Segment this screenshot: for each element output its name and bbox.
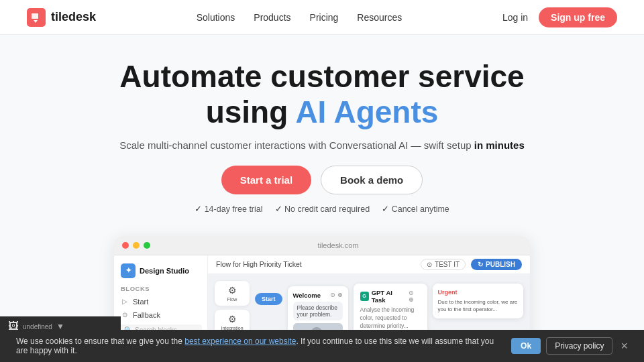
start-node[interactable]: Start <box>255 293 282 305</box>
gpt-actions: ⊙ ⊕ <box>409 290 420 303</box>
blocks-section-label: Blocks <box>114 284 207 295</box>
fullscreen-dot <box>144 242 150 249</box>
close-dot <box>122 242 129 249</box>
cookie-text: We use cookies to ensure that we give yo… <box>16 337 500 355</box>
nav-products[interactable]: Products <box>254 12 290 23</box>
refresh-icon: ↻ <box>478 261 483 268</box>
nav-resources[interactable]: Resources <box>357 12 402 23</box>
hero-section: Automate customer service using AI Agent… <box>0 35 644 225</box>
topbar-right: ⊙ TEST IT ↻ PUBLISH <box>421 259 522 270</box>
flow-title: Flow for High Priority Ticket <box>216 260 302 268</box>
fallback-icon: ⊙ <box>121 311 129 319</box>
trust-trial: 14-day free trial <box>195 204 262 214</box>
cookie-privacy-button[interactable]: Privacy policy <box>546 337 612 355</box>
sidebar-title: Design Studio <box>140 267 189 275</box>
gpt-title-row: G GPT AI Task <box>360 289 407 304</box>
nav-solutions[interactable]: Solutions <box>197 12 235 23</box>
logo[interactable]: tiledesk <box>27 8 96 27</box>
sidebar-item-fallback[interactable]: ⊙ Fallback <box>114 308 207 322</box>
cookie-actions: Ok Privacy policy <box>511 337 612 355</box>
urgent-title: Urgent <box>438 289 518 296</box>
urgent-text: Due to the incoming color, we are you to… <box>438 298 518 313</box>
sidebar-header: ✦ Design Studio <box>114 261 207 284</box>
cookie-policy-link[interactable]: best experience on our website <box>184 337 296 346</box>
welcome-icons: ⊙ ⊕ <box>330 292 343 298</box>
cookie-ok-button[interactable]: Ok <box>511 338 541 354</box>
brand-name: tiledesk <box>51 10 96 24</box>
start-icon: ▷ <box>121 298 129 306</box>
design-studio-icon: ✦ <box>121 263 136 278</box>
gpt-icon: G <box>360 292 369 301</box>
hero-accent: AI Agents <box>295 95 438 129</box>
hero-trust: 14-day free trial No credit card require… <box>13 204 631 214</box>
welcome-title: Welcome ⊙ ⊕ <box>293 292 343 299</box>
url-bar: tiledesk.com <box>154 241 522 249</box>
demo-button[interactable]: Book a demo <box>321 166 423 194</box>
gpt-card-header: G GPT AI Task ⊙ ⊕ <box>360 289 421 304</box>
flow-icon: ⚙ <box>220 285 244 296</box>
urgent-card: Urgent Due to the incoming color, we are… <box>433 284 523 318</box>
flow-node[interactable]: ⚙ Flow <box>215 281 250 306</box>
trust-card: No credit card required <box>275 204 370 214</box>
cookie-close-icon[interactable]: × <box>621 339 628 353</box>
trial-button[interactable]: Start a trial <box>221 166 311 194</box>
preview-titlebar: tiledesk.com <box>114 237 530 255</box>
test-button[interactable]: ⊙ TEST IT <box>421 259 466 270</box>
test-icon: ⊙ <box>427 261 432 268</box>
nav-links: Solutions Products Pricing Resources <box>197 12 402 23</box>
navbar: tiledesk Solutions Products Pricing Reso… <box>0 0 644 35</box>
hero-headline: Automate customer service using AI Agent… <box>13 59 631 130</box>
sidebar-item-start[interactable]: ▷ Start <box>114 295 207 308</box>
cookie-banner: We use cookies to ensure that we give yo… <box>0 330 644 362</box>
minimize-dot <box>133 242 140 249</box>
status-label: undefined <box>23 323 52 330</box>
trust-cancel: Cancel anytime <box>382 204 449 214</box>
signup-button[interactable]: Sign up free <box>539 7 617 27</box>
nav-pricing[interactable]: Pricing <box>310 12 339 23</box>
welcome-bubble: Please describe your problem. <box>293 302 343 320</box>
integration-icon: ⚙ <box>220 314 244 324</box>
hero-subtext: Scale multi-channel customer interaction… <box>13 139 631 151</box>
nav-right: Log in Sign up free <box>502 7 617 27</box>
hero-buttons: Start a trial Book a demo <box>13 166 631 194</box>
login-button[interactable]: Log in <box>502 12 528 23</box>
logo-icon <box>27 8 46 27</box>
publish-button[interactable]: ↻ PUBLISH <box>471 259 522 270</box>
preview-topbar: Flow for High Priority Ticket ⊙ TEST IT … <box>208 255 530 274</box>
